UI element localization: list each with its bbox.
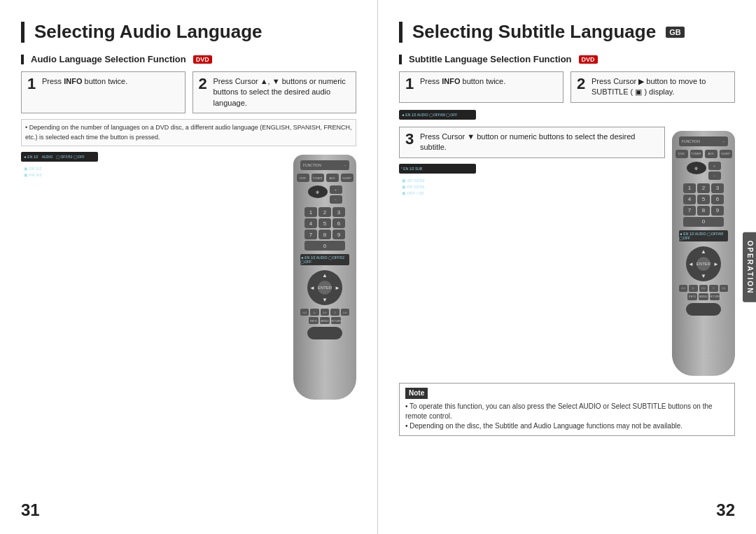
subtitle-section-label: Subtitle Language Selection Function <box>409 54 572 64</box>
subtitle-step3-number: 3 <box>405 132 416 147</box>
remote-sm-r6: INFO <box>687 293 697 300</box>
title-bar-right <box>399 22 402 43</box>
remote-oval-right <box>686 303 721 316</box>
audio-description: • Depending on the number of languages o… <box>21 119 356 146</box>
nav-arrow-up-r: ▲ <box>701 248 706 255</box>
remote-numpad-left: 1 2 3 4 5 6 7 8 9 0 <box>304 207 345 251</box>
remote-num-8: 8 <box>318 230 331 239</box>
remote-bottom-btns-left: ◁◁ ▷ ▷▷ □ ▷▷ INFO MENU RETURN <box>300 309 349 324</box>
remote-sm-r8: RETURN <box>710 293 720 300</box>
subtitle-item-fr: ▣ FR 02/03 <box>402 184 665 189</box>
audio-status-bar: ◄ EN 1/2 AUDIO ◯OFF/52 ◯OFF <box>21 152 98 162</box>
audio-remote-area: FUNCTION → DVD TUNER AUX SLEEP ⏻ + <box>293 155 356 400</box>
remote-num-7: 7 <box>304 230 317 239</box>
audio-section-label: Audio Language Selection Function <box>31 54 186 64</box>
remote-top-bar-right: FUNCTION → <box>679 136 728 146</box>
remote-num-5: 5 <box>318 218 331 228</box>
remote-num-0: 0 <box>304 241 345 251</box>
subtitle-step2-number: 2 <box>577 76 588 92</box>
subtitle-remote-area: FUNCTION → DVD TUNER AUX SLEEP ⏻ + − <box>672 131 735 376</box>
remote-sm-r3: ▷▷ <box>699 285 708 292</box>
remote-btn-sleep-r: SLEEP <box>720 150 732 158</box>
sub-bar-left <box>21 55 24 64</box>
remote-btn-aux-r: AUX <box>705 150 718 158</box>
subtitle-display-area-top: ◄ EN 1/2 AUDIO ◯OFF/68 ◯OFF <box>399 108 735 121</box>
remote-num-9: 9 <box>332 230 345 239</box>
remote-sm-6: INFO <box>309 317 318 324</box>
remote-num-2: 2 <box>318 207 331 217</box>
remote-enter-btn: ENTER <box>318 281 332 295</box>
title-bar-left <box>21 22 24 43</box>
subtitle-steps-row: 1 Press INFO button twice. 2 Press Curso… <box>399 71 735 103</box>
subtitle-step3-area: 3 Press Cursor ▼ button or numeric butto… <box>399 127 735 376</box>
right-title-text: Selecting Subtitle Language <box>412 21 656 43</box>
remote-btn-sleep: SLEEP <box>341 174 354 182</box>
nav-arrow-down-r: ▼ <box>701 273 706 279</box>
remote-func-row-right: DVD TUNER AUX SLEEP <box>676 150 732 158</box>
subtitle-step2-box: 2 Press Cursor ▶ button to move to SUBTI… <box>570 71 735 103</box>
remote-power-btn: ⏻ <box>308 185 328 198</box>
remote-sm-1: ◁◁ <box>300 309 309 316</box>
remote-sm-row2-r: INFO MENU RETURN <box>679 293 728 300</box>
audio-display-list: ▣ SP 2/2 ▣ FR 3/2 <box>21 166 288 177</box>
remote-sm-8: RETURN <box>331 317 341 324</box>
remote-btn-aux: AUX <box>326 174 339 182</box>
audio-step1-text: Press INFO button twice. <box>42 76 127 87</box>
remote-sm-r2: ▷ <box>689 285 697 292</box>
audio-steps-row: 1 Press INFO button twice. 2 Press Curso… <box>21 71 356 113</box>
subtitle-step3-text: Press Cursor ▼ button or numeric buttons… <box>420 132 659 153</box>
note-title: Note <box>405 388 428 399</box>
nav-arrow-right-r: ► <box>713 260 719 267</box>
remote-num-r-4: 4 <box>683 195 696 204</box>
remote-sm-2: ▷ <box>310 309 318 316</box>
subtitle-step2-text: Press Cursor ▶ button to move to SUBTITL… <box>592 76 729 98</box>
remote-vup-r: + <box>708 162 721 170</box>
remote-nav-left: ▲ ▼ ◄ ► ENTER <box>307 270 342 305</box>
remote-vup: + <box>330 185 342 194</box>
nav-arrow-right: ► <box>335 285 340 291</box>
subtitle-subsection-title: Subtitle Language Selection Function DVD <box>399 54 735 64</box>
remote-numpad-right: 1 2 3 4 5 6 7 8 9 0 <box>683 183 724 227</box>
remote-btn-tuner: TUNER <box>312 174 324 182</box>
gb-badge: GB <box>666 27 685 38</box>
remote-vdn-r: − <box>708 171 721 180</box>
subtitle-step1-number: 1 <box>405 76 416 92</box>
remote-sm-r5: ▷▷ <box>720 285 728 292</box>
subtitle-status-bar-bottom: * EN 1/2 SUB <box>399 164 476 174</box>
nav-arrow-left: ◄ <box>309 285 315 291</box>
remote-power-row: ⏻ + − <box>308 185 342 204</box>
subtitle-screen-list: * EN 1/2 SUB ▣ SP 02/03 ▣ FR 02/03 ▣ OFF… <box>399 162 665 195</box>
remote-func-row-left: DVD TUNER AUX SLEEP <box>297 174 354 182</box>
remote-control-left: FUNCTION → DVD TUNER AUX SLEEP ⏻ + <box>293 155 356 400</box>
audio-step2-number: 2 <box>199 76 210 92</box>
remote-btn-dvd: DVD <box>297 174 309 182</box>
subtitle-step1-box: 1 Press INFO button twice. <box>399 71 564 103</box>
remote-sm-r1: ◁◁ <box>679 285 687 292</box>
remote-enter-btn-r: ENTER <box>696 257 710 271</box>
audio-content-area: ◄ EN 1/2 AUDIO ◯OFF/52 ◯OFF ▣ SP 2/2 ▣ F… <box>21 150 356 400</box>
sub-bar-right <box>399 55 402 64</box>
page-number-31: 31 <box>21 500 40 520</box>
remote-num-1: 1 <box>304 207 317 217</box>
audio-display-item-2: ▣ FR 3/2 <box>24 172 288 177</box>
subtitle-display-list: ▣ SP 02/03 ▣ FR 02/03 ▣ OFF / 03 <box>399 178 665 195</box>
remote-screen-right: ◄ EN 1/2 AUDIO ◯OFF/68 ◯OFF <box>679 230 728 241</box>
remote-sm-row2: INFO MENU RETURN <box>300 317 349 324</box>
audio-subsection-title: Audio Language Selection Function DVD <box>21 54 356 64</box>
remote-num-r-2: 2 <box>697 183 710 193</box>
remote-nav-right: ▲ ▼ ◄ ► ENTER <box>686 246 721 281</box>
remote-btn-dvd-r: DVD <box>676 150 688 158</box>
left-title: Selecting Audio Language <box>21 21 356 43</box>
remote-num-r-1: 1 <box>683 183 696 193</box>
operation-tab: OPERATION <box>743 232 756 302</box>
remote-sm-7: MENU <box>320 317 330 324</box>
left-section: Selecting Audio Language Audio Language … <box>0 0 378 534</box>
remote-num-r-5: 5 <box>697 195 710 204</box>
remote-bottom-btns-right: ◁◁ ▷ ▷▷ □ ▷▷ INFO MENU RETURN <box>679 285 728 300</box>
nav-arrow-down: ▼ <box>322 297 328 303</box>
remote-sm-row1-r: ◁◁ ▷ ▷▷ □ ▷▷ <box>679 285 728 292</box>
dvd-badge-right: DVD <box>579 55 598 64</box>
page-number-32: 32 <box>716 500 735 520</box>
remote-num-r-6: 6 <box>711 195 724 204</box>
remote-control-right: FUNCTION → DVD TUNER AUX SLEEP ⏻ + − <box>672 131 735 376</box>
